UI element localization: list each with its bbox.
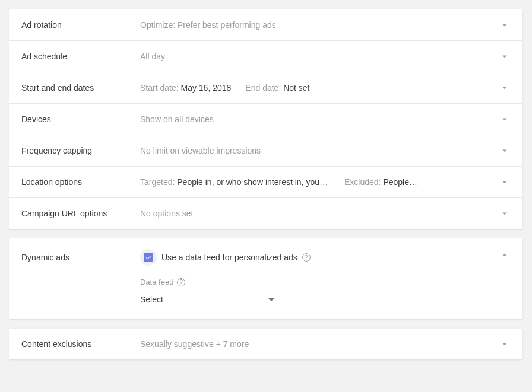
chevron-down-icon (499, 338, 511, 350)
chevron-up-icon[interactable] (499, 249, 511, 261)
chevron-down-icon (499, 176, 511, 188)
targeted-prefix: Targeted: (140, 177, 177, 187)
chevron-down-icon (499, 145, 511, 157)
excluded-value: People… (383, 177, 417, 187)
help-icon[interactable]: ? (177, 278, 185, 286)
row-label: Ad schedule (21, 52, 140, 61)
start-end-dates-row[interactable]: Start and end dates Start date: May 16, … (10, 72, 522, 104)
row-label: Frequency capping (21, 146, 140, 155)
location-options-row[interactable]: Location options Targeted: People in, or… (10, 167, 522, 198)
dynamic-ads-label: Dynamic ads (21, 249, 140, 308)
checkbox-label: Use a data feed for personalized ads (162, 253, 297, 262)
start-date-prefix: Start date: (140, 83, 180, 93)
chevron-down-icon (499, 19, 511, 31)
frequency-capping-row[interactable]: Frequency capping No limit on viewable i… (10, 135, 522, 167)
excluded-prefix: Excluded: (344, 177, 383, 187)
targeted-value: People in, or who show interest in, your… (177, 177, 330, 187)
row-label: Campaign URL options (21, 209, 140, 218)
chevron-down-icon (499, 208, 511, 219)
row-value: Targeted: People in, or who show interes… (140, 177, 499, 187)
data-feed-checkbox[interactable] (140, 249, 157, 266)
row-value: Optimize: Prefer best performing ads (140, 20, 499, 30)
row-label: Devices (21, 114, 140, 124)
devices-row[interactable]: Devices Show on all devices (10, 104, 522, 135)
dynamic-ads-card: Dynamic ads Use a data feed for personal… (10, 238, 522, 319)
start-date-value: May 16, 2018 (180, 83, 231, 93)
end-date-prefix: End date: (245, 83, 283, 93)
row-label: Start and end dates (21, 83, 140, 93)
ad-schedule-row[interactable]: Ad schedule All day (10, 41, 522, 72)
chevron-down-icon (499, 50, 511, 62)
row-value: Sexually suggestive + 7 more (140, 339, 499, 349)
content-exclusions-row[interactable]: Content exclusions Sexually suggestive +… (10, 329, 522, 359)
content-exclusions-card: Content exclusions Sexually suggestive +… (10, 329, 522, 359)
row-label: Content exclusions (21, 339, 140, 349)
row-value: No options set (140, 209, 499, 218)
select-value: Select (140, 295, 163, 304)
ad-rotation-row[interactable]: Ad rotation Optimize: Prefer best perfor… (10, 9, 522, 41)
chevron-down-icon (499, 82, 511, 94)
data-feed-select[interactable]: Select (140, 291, 277, 308)
row-value: No limit on viewable impressions (140, 146, 499, 155)
campaign-url-options-row[interactable]: Campaign URL options No options set (10, 198, 522, 229)
row-value: Start date: May 16, 2018 End date: Not s… (140, 83, 499, 93)
campaign-settings-card: Ad rotation Optimize: Prefer best perfor… (10, 9, 522, 229)
data-feed-field-label: Data feed (140, 278, 173, 286)
row-value: All day (140, 52, 499, 61)
dropdown-icon (268, 298, 274, 301)
row-value: Show on all devices (140, 114, 499, 124)
row-label: Location options (21, 177, 140, 187)
end-date-value: Not set (283, 83, 309, 93)
row-label: Ad rotation (21, 20, 140, 30)
help-icon[interactable]: ? (302, 253, 311, 262)
chevron-down-icon (499, 113, 511, 125)
